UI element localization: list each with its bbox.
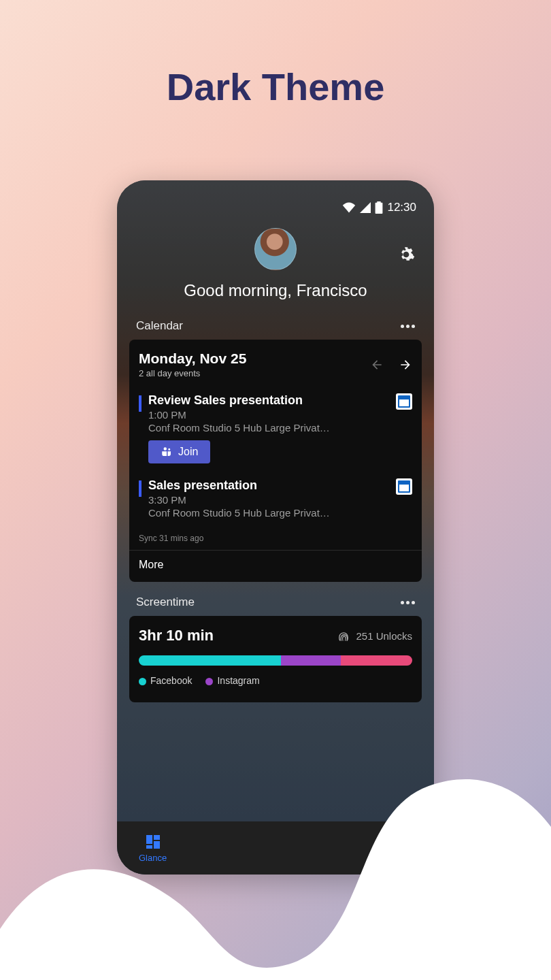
bar-segment-instagram — [281, 655, 341, 666]
screentime-card: 3hr 10 min 251 Unlocks Facebook Instagra… — [129, 616, 422, 702]
phone-frame: 12:30 Good morning, Francisco Calendar M… — [117, 180, 434, 875]
screentime-bar — [139, 655, 412, 666]
calendar-subtext: 2 all day events — [139, 368, 246, 378]
legend-instagram: Instagram — [205, 675, 259, 686]
screentime-overflow-icon[interactable] — [401, 601, 415, 604]
event-time: 3:30 PM — [148, 494, 412, 506]
unlocks-label: 251 Unlocks — [337, 628, 412, 643]
bar-segment-other — [341, 655, 412, 666]
screentime-total: 3hr 10 min — [139, 627, 214, 644]
outlook-icon — [396, 478, 412, 495]
status-bar: 12:30 — [129, 201, 422, 214]
event-title: Sales presentation — [148, 478, 412, 493]
event-location: Conf Room Studio 5 Hub Large Privat… — [148, 507, 412, 519]
join-button-label: Join — [178, 446, 198, 458]
event-location: Conf Room Studio 5 Hub Large Privat… — [148, 422, 412, 434]
greeting: Good morning, Francisco — [129, 281, 422, 300]
promo-title: Dark Theme — [0, 0, 551, 109]
bar-segment-facebook — [139, 655, 281, 666]
calendar-card: Monday, Nov 25 2 all day events Review S… — [129, 340, 422, 582]
event-time: 1:00 PM — [148, 409, 412, 421]
teams-icon — [161, 446, 173, 458]
more-button[interactable]: More — [139, 551, 412, 571]
fingerprint-icon — [337, 628, 350, 643]
screentime-section-label: Screentime — [136, 595, 195, 609]
join-button[interactable]: Join — [148, 440, 210, 463]
arrow-right-icon[interactable] — [399, 358, 412, 372]
signal-icon — [360, 202, 371, 213]
legend-facebook: Facebook — [139, 675, 192, 686]
calendar-event[interactable]: Sales presentation 3:30 PM Conf Room Stu… — [139, 478, 412, 519]
avatar[interactable] — [254, 228, 297, 270]
gear-icon[interactable] — [397, 246, 415, 263]
event-accent-bar — [139, 480, 141, 497]
calendar-section-label: Calendar — [136, 319, 183, 333]
calendar-overflow-icon[interactable] — [401, 325, 415, 328]
wifi-icon — [342, 202, 356, 213]
calendar-date: Monday, Nov 25 — [139, 350, 246, 367]
event-accent-bar — [139, 395, 141, 412]
sync-status: Sync 31 mins ago — [139, 534, 412, 543]
battery-icon — [375, 201, 383, 214]
calendar-event[interactable]: Review Sales presentation 1:00 PM Conf R… — [139, 393, 412, 463]
status-time: 12:30 — [387, 201, 416, 214]
event-title: Review Sales presentation — [148, 393, 412, 408]
arrow-left-icon[interactable] — [370, 358, 384, 372]
outlook-icon — [396, 393, 412, 410]
